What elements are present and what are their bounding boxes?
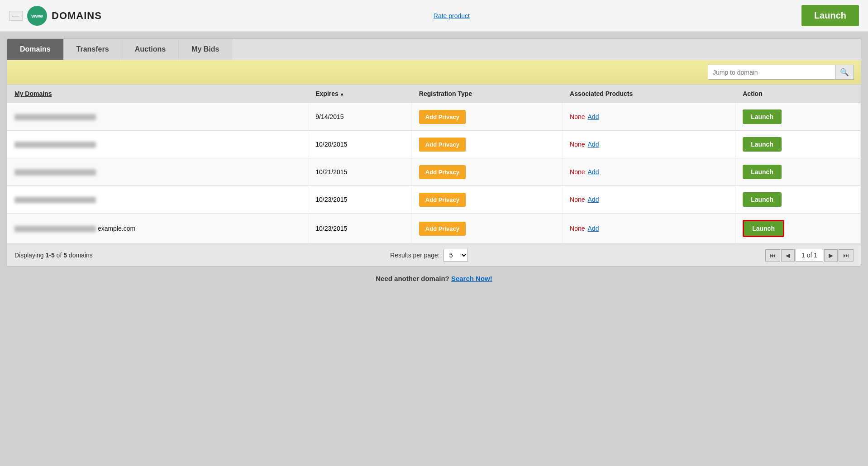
displaying-text: Displaying 1-5 of 5 domains: [14, 252, 93, 259]
tab-mybids[interactable]: My Bids: [179, 39, 232, 60]
launch-button-highlighted[interactable]: Launch: [743, 220, 784, 237]
minimize-button[interactable]: —: [9, 11, 23, 21]
tab-domains[interactable]: Domains: [7, 39, 64, 60]
next-page-button[interactable]: ▶: [824, 249, 838, 262]
table-row: 9/14/2015Add PrivacyNoneAddLaunch: [7, 103, 861, 131]
first-page-button[interactable]: ⏮: [765, 249, 780, 262]
none-text: None: [570, 113, 585, 120]
search-bar: 🔍: [7, 60, 861, 85]
pagination: ⏮ ◀ 1 of 1 ▶ ⏭: [765, 249, 854, 262]
action-cell: Launch: [735, 103, 861, 131]
domain-name-blurred: [14, 197, 96, 203]
table-row: 10/21/2015Add PrivacyNoneAddLaunch: [7, 158, 861, 186]
add-privacy-button[interactable]: Add Privacy: [419, 222, 466, 236]
add-privacy-button[interactable]: Add Privacy: [419, 110, 466, 124]
action-cell: Launch: [735, 158, 861, 186]
count-bold: 5: [63, 252, 67, 259]
col-header-domains: My Domains: [7, 85, 308, 103]
domain-name-blurred: [14, 226, 96, 232]
expires-cell: 10/23/2015: [308, 186, 412, 214]
domain-cell: [7, 103, 308, 131]
registration-type-cell: Add Privacy: [411, 158, 562, 186]
action-cell: Launch: [735, 186, 861, 214]
launch-button[interactable]: Launch: [743, 165, 782, 179]
add-associated-link[interactable]: Add: [588, 113, 599, 120]
registration-type-cell: Add Privacy: [411, 186, 562, 214]
tabs-bar: Domains Transfers Auctions My Bids: [7, 39, 861, 60]
domain-cell: [7, 131, 308, 158]
none-text: None: [570, 168, 585, 176]
tab-auctions[interactable]: Auctions: [122, 39, 179, 60]
content-panel: Domains Transfers Auctions My Bids 🔍 My …: [7, 38, 861, 266]
expires-cell: 10/20/2015: [308, 131, 412, 158]
associated-products-cell: NoneAdd: [563, 186, 735, 214]
header-center: Rate product: [102, 12, 801, 19]
domains-table: My Domains Expires ▲ Registration Type A…: [7, 85, 861, 244]
prev-page-button[interactable]: ◀: [781, 249, 795, 262]
add-associated-link[interactable]: Add: [588, 168, 599, 176]
domain-name-blurred: [14, 169, 96, 176]
associated-products-cell: NoneAdd: [563, 214, 735, 244]
add-privacy-button[interactable]: Add Privacy: [419, 193, 466, 207]
col-header-expires: Expires ▲: [308, 85, 412, 103]
col-header-registration-type: Registration Type: [411, 85, 562, 103]
last-page-button[interactable]: ⏭: [839, 249, 854, 262]
associated-products-wrapper: NoneAdd: [570, 196, 728, 203]
results-per-page: Results per page: 5 10 25 50: [390, 249, 468, 262]
domain-cell: [7, 186, 308, 214]
action-cell: Launch: [735, 131, 861, 158]
tab-transfers[interactable]: Transfers: [64, 39, 122, 60]
search-now-link[interactable]: Search Now!: [451, 275, 492, 282]
add-associated-link[interactable]: Add: [588, 196, 599, 203]
expires-cell: 9/14/2015: [308, 103, 412, 131]
domain-name-blurred: [14, 142, 96, 148]
associated-products-cell: NoneAdd: [563, 103, 735, 131]
expires-sort: Expires ▲: [315, 90, 344, 97]
expires-cell: 10/21/2015: [308, 158, 412, 186]
domain-cell: example.com: [7, 214, 308, 244]
associated-products-wrapper: NoneAdd: [570, 113, 728, 120]
associated-products-cell: NoneAdd: [563, 158, 735, 186]
registration-type-cell: Add Privacy: [411, 131, 562, 158]
associated-products-cell: NoneAdd: [563, 131, 735, 158]
search-button[interactable]: 🔍: [835, 65, 854, 79]
domain-cell: [7, 158, 308, 186]
table-footer: Displaying 1-5 of 5 domains Results per …: [7, 244, 861, 266]
associated-products-wrapper: NoneAdd: [570, 168, 728, 176]
sort-arrow-icon: ▲: [340, 91, 344, 96]
registration-type-cell: Add Privacy: [411, 214, 562, 244]
range-bold: 1-5: [45, 252, 54, 259]
app-title: DOMAINS: [52, 10, 102, 22]
action-cell: Launch: [735, 214, 861, 244]
search-input[interactable]: [708, 66, 835, 79]
table-row: example.com10/23/2015Add PrivacyNoneAddL…: [7, 214, 861, 244]
search-wrapper: 🔍: [708, 65, 854, 80]
app-header: — www DOMAINS Rate product Launch: [0, 0, 868, 32]
associated-products-wrapper: NoneAdd: [570, 225, 728, 232]
add-associated-link[interactable]: Add: [588, 141, 599, 148]
col-header-action: Action: [735, 85, 861, 103]
results-per-page-select[interactable]: 5 10 25 50: [444, 249, 468, 262]
main-container: Domains Transfers Auctions My Bids 🔍 My …: [0, 32, 868, 466]
expires-cell: 10/23/2015: [308, 214, 412, 244]
launch-button[interactable]: Launch: [743, 137, 782, 152]
launch-header-button[interactable]: Launch: [801, 5, 859, 26]
table-header-row: My Domains Expires ▲ Registration Type A…: [7, 85, 861, 103]
launch-button[interactable]: Launch: [743, 192, 782, 207]
bottom-note: Need another domain? Search Now!: [7, 266, 861, 290]
domain-name-example: example.com: [96, 225, 135, 232]
add-associated-link[interactable]: Add: [588, 225, 599, 232]
none-text: None: [570, 141, 585, 148]
launch-button[interactable]: Launch: [743, 109, 782, 124]
domain-name-blurred: [14, 114, 96, 120]
add-privacy-button[interactable]: Add Privacy: [419, 165, 466, 179]
logo-icon: www: [27, 6, 47, 26]
add-privacy-button[interactable]: Add Privacy: [419, 138, 466, 152]
results-per-page-label: Results per page:: [390, 252, 440, 259]
rate-product-link[interactable]: Rate product: [434, 12, 470, 19]
col-header-associated-products: Associated Products: [563, 85, 735, 103]
none-text: None: [570, 225, 585, 232]
none-text: None: [570, 196, 585, 203]
table-row: 10/23/2015Add PrivacyNoneAddLaunch: [7, 186, 861, 214]
registration-type-cell: Add Privacy: [411, 103, 562, 131]
